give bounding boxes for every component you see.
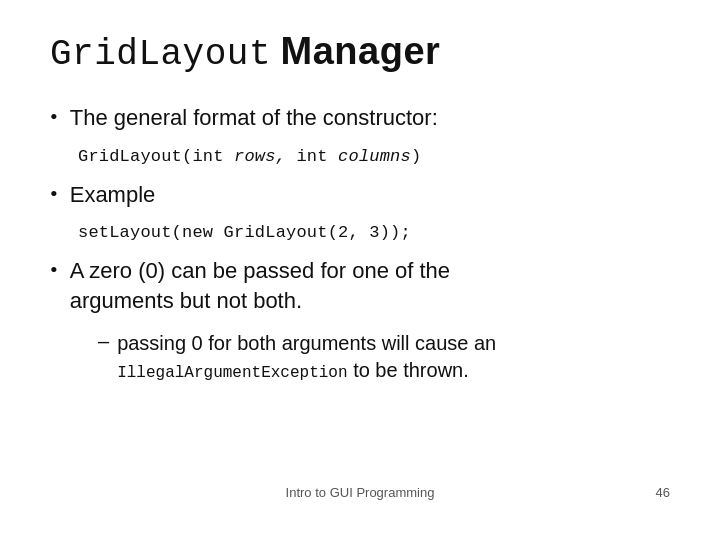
- sub-bullet-text-before: passing 0 for both arguments will cause …: [117, 332, 496, 354]
- bullet-3-line2: arguments but not both.: [70, 288, 302, 313]
- sub-bullet-text: passing 0 for both arguments will cause …: [117, 330, 496, 385]
- title-code: GridLayout: [50, 34, 271, 75]
- example-code: setLayout(new GridLayout(2, 3));: [78, 223, 670, 242]
- slide-title: GridLayout Manager: [50, 30, 670, 75]
- sub-bullet-text-after: to be thrown.: [353, 359, 469, 381]
- sub-bullet-code: IllegalArgumentException: [117, 364, 347, 382]
- slide-footer: Intro to GUI Programming 46: [50, 477, 670, 500]
- sub-bullet-dash: –: [98, 330, 109, 353]
- footer-page: 46: [656, 485, 670, 500]
- int-keyword-2: int: [296, 147, 327, 166]
- example-code-text: setLayout(new GridLayout(2, 3));: [78, 223, 411, 242]
- constructor-code: GridLayout(int rows, int columns): [78, 147, 670, 166]
- bullet-2: • Example: [50, 180, 670, 210]
- bullet-1-text: The general format of the constructor:: [70, 103, 438, 133]
- footer-label: Intro to GUI Programming: [286, 485, 435, 500]
- bullet-dot-2: •: [50, 181, 58, 207]
- sub-bullet: – passing 0 for both arguments will caus…: [98, 330, 670, 385]
- constructor-suffix: ): [411, 147, 421, 166]
- constructor-prefix: GridLayout(: [78, 147, 192, 166]
- bullet-dot-3: •: [50, 257, 58, 283]
- columns-param: columns: [328, 147, 411, 166]
- bullet-3-line1: A zero (0) can be passed for one of the: [70, 258, 450, 283]
- bullet-dot-1: •: [50, 104, 58, 130]
- slide: GridLayout Manager • The general format …: [0, 0, 720, 540]
- bullet-2-text: Example: [70, 180, 156, 210]
- bullet-3-text: A zero (0) can be passed for one of the …: [70, 256, 450, 315]
- title-text: Manager: [281, 30, 441, 72]
- rows-param: rows,: [224, 147, 297, 166]
- bullet-3: • A zero (0) can be passed for one of th…: [50, 256, 670, 315]
- int-keyword-1: int: [192, 147, 223, 166]
- bullet-1: • The general format of the constructor:: [50, 103, 670, 133]
- slide-content: • The general format of the constructor:…: [50, 103, 670, 477]
